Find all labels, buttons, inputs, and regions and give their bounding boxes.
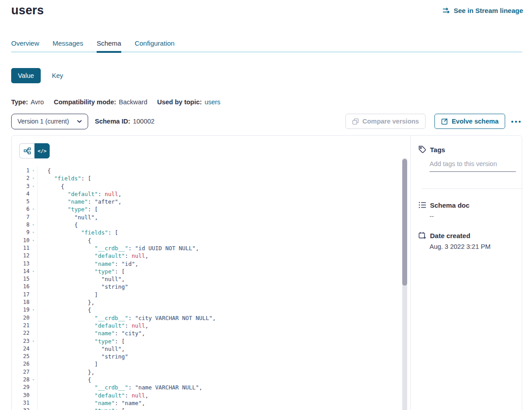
code-line: 28▾ { (12, 376, 401, 384)
sidebar-divider (422, 188, 522, 189)
fold-spacer (30, 198, 37, 205)
code-line: 15 "null", (12, 275, 401, 283)
fold-toggle-icon[interactable]: ▾ (30, 229, 37, 236)
schema-page: users See in Stream lineage Overview Mes… (0, 0, 532, 410)
see-in-stream-lineage-link[interactable]: See in Stream lineage (442, 7, 523, 14)
tree-view-button[interactable] (19, 143, 34, 158)
fold-toggle-icon[interactable]: ▾ (30, 268, 37, 275)
fold-toggle-icon[interactable]: ▾ (30, 183, 37, 190)
fold-toggle-icon[interactable]: ▾ (30, 205, 37, 213)
fold-spacer (30, 345, 37, 353)
line-number: 29 (12, 384, 30, 391)
code-line: 6▾ "type": [ (12, 205, 401, 213)
code-view-button[interactable]: </> (34, 143, 50, 158)
code-line: 23▾ "type": [ (12, 337, 401, 345)
code-text: "name": "after", (37, 198, 122, 205)
view-mode-toggle: </> (19, 143, 50, 158)
fold-toggle-icon[interactable]: ▾ (30, 237, 37, 244)
line-number: 20 (12, 314, 30, 322)
line-number: 2 (12, 175, 30, 182)
fold-spacer (30, 384, 37, 391)
code-scrollbar-thumb[interactable] (402, 159, 407, 286)
page-title: users (11, 4, 44, 17)
code-line: 13 "name": "id", (12, 260, 401, 268)
fold-spacer (30, 252, 37, 260)
used-by-topic-link[interactable]: users (204, 98, 220, 106)
compare-versions-label: Compare versions (362, 118, 419, 125)
tab-messages[interactable]: Messages (53, 39, 83, 53)
schema-id-label: Schema ID: (95, 118, 130, 125)
tab-configuration[interactable]: Configuration (135, 39, 174, 53)
key-toggle-button[interactable]: Key (52, 72, 63, 79)
code-text: "type": [ (37, 407, 125, 410)
code-text: }, (37, 299, 94, 306)
fold-toggle-icon[interactable]: ▾ (30, 337, 37, 345)
code-line: 1▾{ (12, 167, 401, 175)
fold-spacer (30, 190, 37, 198)
line-number: 28 (12, 376, 30, 384)
code-line: 19▾ { (12, 306, 401, 314)
compare-versions-button[interactable]: Compare versions (345, 114, 426, 129)
code-text: "name": "name", (37, 399, 145, 407)
stream-lineage-icon (442, 7, 451, 14)
gutter-divider (37, 167, 38, 410)
fold-toggle-icon[interactable]: ▾ (30, 175, 37, 182)
code-line: 14▾ "type": [ (12, 268, 401, 275)
schema-id-value: 100002 (133, 118, 154, 125)
tab-schema[interactable]: Schema (97, 39, 121, 53)
line-number: 16 (12, 283, 30, 290)
fold-toggle-icon[interactable]: ▾ (30, 306, 37, 314)
schema-doc-heading: Schema doc (430, 201, 469, 209)
code-text: "name": "city", (37, 329, 145, 337)
line-number: 32 (12, 407, 30, 410)
code-line: 20 "__crdb__": "city VARCHAR NOT NULL", (12, 314, 401, 322)
code-text: "string" (37, 353, 128, 360)
code-line: 21 "default": null, (12, 322, 401, 329)
fold-toggle-icon[interactable]: ▾ (30, 221, 37, 229)
schema-detail-card: </> 1▾{2▾ "fields": [3▾ {4 "default": nu… (11, 135, 522, 410)
line-number: 4 (12, 190, 30, 198)
code-text: "default": null, (37, 252, 149, 260)
code-text: }, (37, 368, 94, 376)
evolve-schema-button[interactable]: Evolve schema (434, 114, 505, 129)
code-text: "type": [ (37, 337, 125, 345)
line-number: 25 (12, 353, 30, 360)
line-number: 21 (12, 322, 30, 329)
fold-toggle-icon[interactable]: ▾ (30, 376, 37, 384)
code-line: 27 }, (12, 368, 401, 376)
compatibility-mode-value: Backward (119, 98, 148, 106)
fold-spacer (30, 283, 37, 290)
code-text: { (37, 376, 91, 384)
code-line: 12 "default": null, (12, 252, 401, 260)
code-text: { (37, 183, 64, 190)
more-actions-button[interactable]: ••• (511, 118, 522, 125)
compatibility-mode-label: Compatibility mode: (54, 98, 116, 106)
code-text: "fields": [ (37, 229, 118, 236)
fold-toggle-icon[interactable]: ▾ (30, 167, 37, 175)
code-line: 22 "name": "city", (12, 329, 401, 337)
code-text: "null", (37, 214, 98, 221)
date-created-heading: Date created (430, 232, 470, 239)
line-number: 11 (12, 244, 30, 252)
code-line: 31 "name": "name", (12, 399, 401, 407)
code-scrollbar[interactable] (402, 158, 407, 410)
code-text: { (37, 237, 91, 244)
line-number: 12 (12, 252, 30, 260)
schema-code-editor[interactable]: 1▾{2▾ "fields": [3▾ {4 "default": null,5… (12, 167, 401, 410)
code-text: "default": null, (37, 190, 122, 198)
tab-overview[interactable]: Overview (11, 39, 39, 53)
add-tags-input[interactable] (430, 160, 516, 172)
code-text: ] (37, 360, 98, 368)
line-number: 10 (12, 237, 30, 244)
code-text: "null", (37, 345, 125, 353)
edit-icon (441, 118, 448, 125)
fold-toggle-icon[interactable]: ▾ (30, 407, 37, 410)
fold-spacer (30, 392, 37, 399)
line-number: 19 (12, 306, 30, 314)
stream-lineage-label: See in Stream lineage (454, 7, 523, 14)
value-toggle-button[interactable]: Value (11, 68, 41, 83)
version-select[interactable]: Version 1 (current) (11, 114, 88, 129)
compare-icon (352, 118, 359, 125)
code-line: 18 }, (12, 299, 401, 306)
line-number: 27 (12, 368, 30, 376)
